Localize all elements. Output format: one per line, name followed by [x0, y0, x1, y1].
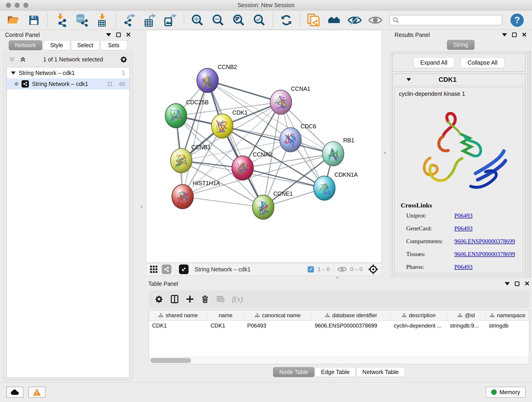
- scrollbar-thumb[interactable]: [150, 358, 191, 363]
- close-panel-icon[interactable]: ✕: [525, 281, 530, 286]
- hide-selected-button[interactable]: [347, 13, 362, 27]
- tab-style[interactable]: Style: [43, 40, 70, 50]
- import-database-button[interactable]: [74, 13, 89, 27]
- warnings-button[interactable]: [28, 387, 45, 398]
- network-edge[interactable]: [208, 80, 263, 207]
- export-image-button[interactable]: [163, 13, 178, 27]
- close-panel-icon[interactable]: ✕: [522, 32, 527, 37]
- close-window-icon[interactable]: [6, 3, 11, 8]
- duplicate-network-button[interactable]: [306, 13, 321, 27]
- float-panel-icon[interactable]: [515, 281, 519, 286]
- table-cell[interactable]: CDK1: [207, 321, 244, 331]
- grid-view-icon[interactable]: [149, 265, 158, 274]
- add-column-icon[interactable]: [186, 295, 194, 303]
- gear-icon[interactable]: [120, 56, 128, 63]
- column-header-description[interactable]: description: [391, 310, 447, 320]
- collection-expand-icon[interactable]: [11, 71, 16, 75]
- network-node-CCNE1[interactable]: [253, 195, 274, 219]
- column-header-namespace[interactable]: namespace: [486, 310, 529, 320]
- birdseye-crosshair-icon[interactable]: [368, 264, 379, 274]
- selected-checkbox-icon[interactable]: ✓: [308, 266, 314, 273]
- column-header-name[interactable]: name: [207, 310, 244, 320]
- table-row[interactable]: CDK1CDK1P064939606.ENSP00000378699cyclin…: [149, 321, 529, 331]
- tab-network[interactable]: Network: [9, 40, 42, 50]
- tab-sets[interactable]: Sets: [100, 40, 127, 50]
- function-builder-icon[interactable]: f(x): [232, 295, 243, 303]
- import-table-button[interactable]: [95, 13, 109, 27]
- right-splitter-handle[interactable]: [384, 152, 386, 154]
- network-row-selected[interactable]: String Network – cdk1 11 48: [7, 78, 129, 89]
- cloud-tasks-button[interactable]: [6, 387, 23, 398]
- column-header-id[interactable]: @id: [447, 310, 486, 320]
- section-collapse-icon[interactable]: [406, 78, 411, 81]
- float-panel-icon[interactable]: [512, 32, 517, 37]
- close-panel-icon[interactable]: ✕: [126, 32, 131, 37]
- tab-edge-table[interactable]: Edge Table: [315, 367, 356, 377]
- network-edge[interactable]: [183, 80, 208, 197]
- traffic-lights[interactable]: [6, 3, 28, 8]
- first-neighbors-button[interactable]: [327, 13, 341, 27]
- export-network-button[interactable]: [122, 13, 137, 27]
- tab-string[interactable]: String: [447, 40, 474, 50]
- network-collection-row[interactable]: String Network – cdk1 1: [7, 67, 129, 78]
- results-scrollbar[interactable]: [527, 52, 530, 277]
- tab-node-table[interactable]: Node Table: [273, 367, 314, 377]
- left-splitter-handle[interactable]: [141, 206, 143, 208]
- crosslink-link[interactable]: 9606.ENSP00000378699: [454, 238, 515, 245]
- open-session-button[interactable]: [6, 13, 21, 27]
- zoom-in-button[interactable]: [190, 13, 205, 27]
- panel-menu-icon[interactable]: [505, 282, 510, 285]
- table-horizontal-scrollbar[interactable]: [149, 357, 529, 364]
- table-settings-gear-icon[interactable]: [155, 295, 163, 303]
- collapse-all-button[interactable]: Collapse All: [461, 57, 505, 68]
- crosslink-link[interactable]: 9606.ENSP00000378699: [454, 251, 515, 258]
- import-network-button[interactable]: [54, 13, 68, 27]
- crosslink-link[interactable]: P06493: [454, 225, 472, 232]
- table-cell[interactable]: stringdb:9...: [447, 321, 486, 331]
- clear-table-icon[interactable]: [216, 295, 225, 303]
- table-cell[interactable]: cyclin-dependent ...: [391, 321, 447, 331]
- zoom-selected-button[interactable]: [252, 13, 267, 27]
- help-button[interactable]: ?: [510, 13, 524, 27]
- delete-column-trash-icon[interactable]: [201, 295, 209, 303]
- network-canvas[interactable]: CCNB2CCNA1CDC25BCDK1CDC6RB1CCNB1CCNA2CDK…: [146, 30, 382, 263]
- table-cell[interactable]: stringdb: [486, 321, 529, 331]
- expand-all-button[interactable]: Expand All: [413, 57, 455, 68]
- network-edge[interactable]: [183, 197, 263, 207]
- crosslink-link[interactable]: P06493: [454, 212, 472, 219]
- show-all-button[interactable]: [368, 13, 383, 27]
- zoom-fit-button[interactable]: [231, 13, 246, 27]
- refresh-button[interactable]: [279, 13, 294, 27]
- table-cell[interactable]: P06493: [244, 321, 312, 331]
- crosslink-link[interactable]: P06493: [454, 264, 472, 270]
- export-table-button[interactable]: [143, 13, 157, 27]
- memory-button[interactable]: Memory: [486, 387, 526, 398]
- network-share-icon[interactable]: [162, 264, 171, 274]
- zoom-out-button[interactable]: [211, 13, 225, 27]
- column-header-sharedname[interactable]: shared name: [149, 310, 207, 320]
- expand-all-icon[interactable]: [19, 56, 26, 63]
- column-header-databaseidentifier[interactable]: database identifier: [312, 310, 391, 320]
- network-node-CCNA2[interactable]: [232, 156, 253, 180]
- tab-network-table[interactable]: Network Table: [356, 367, 405, 377]
- save-session-button[interactable]: [27, 13, 41, 27]
- table-cell[interactable]: CDK1: [149, 321, 207, 331]
- float-panel-icon[interactable]: [116, 32, 121, 37]
- bottom-splitter-handle[interactable]: [336, 277, 338, 279]
- node-table[interactable]: shared namenamecanonical namedatabase id…: [149, 310, 529, 364]
- string-network-graph[interactable]: CCNB2CCNA1CDC25BCDK1CDC6RB1CCNB1CCNA2CDK…: [146, 30, 382, 263]
- tab-select[interactable]: Select: [71, 40, 99, 50]
- column-header-canonicalname[interactable]: canonical name: [244, 310, 312, 320]
- panel-menu-icon[interactable]: [106, 33, 111, 36]
- detach-view-icon[interactable]: [179, 264, 189, 274]
- maximize-window-icon[interactable]: [23, 3, 28, 8]
- hidden-eye-icon[interactable]: [337, 266, 347, 273]
- search-box[interactable]: [389, 15, 502, 26]
- panel-menu-icon[interactable]: [502, 33, 507, 36]
- network-edge[interactable]: [208, 80, 281, 102]
- network-node-CDK1[interactable]: [211, 114, 233, 138]
- collapse-all-icon[interactable]: [8, 56, 15, 63]
- search-input[interactable]: [401, 17, 499, 23]
- table-cell[interactable]: 9606.ENSP00000378699: [312, 321, 391, 331]
- minimize-window-icon[interactable]: [15, 3, 20, 8]
